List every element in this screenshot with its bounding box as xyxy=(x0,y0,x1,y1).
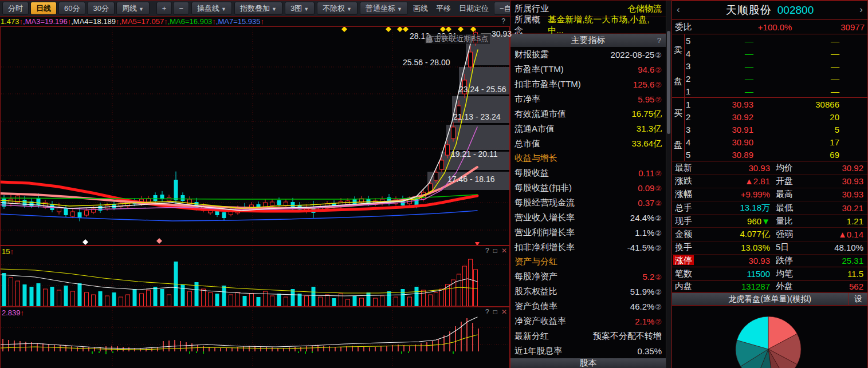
menu-3图[interactable]: 3图▼ xyxy=(285,2,315,15)
close-icon[interactable]: ✕ xyxy=(501,308,507,316)
help-icon[interactable]: ? xyxy=(485,247,489,255)
stat-label: 最新 xyxy=(675,163,710,173)
circled-2-badge: ② xyxy=(655,199,662,208)
main-candlestick-chart[interactable]: 28.12 - 30.2125.56 - 28.0023.24 - 25.562… xyxy=(0,26,510,246)
industry-value[interactable]: 仓储物流 xyxy=(627,3,662,14)
buy-level-row[interactable]: 530.8969 xyxy=(685,148,867,161)
sell-levels: 5——4——3——2——1—— xyxy=(685,34,867,98)
info-row-label: 有效流通市值 xyxy=(514,109,566,120)
chevron-down-icon: ▼ xyxy=(272,6,277,12)
stat-label: 开盘 xyxy=(771,176,807,187)
info-row[interactable]: 财报披露2022-08-25② xyxy=(510,47,666,62)
maximize-icon[interactable]: □ xyxy=(493,308,497,316)
ma-value: ,MA7=15.935 xyxy=(216,17,261,26)
menu-画线[interactable]: 画线 xyxy=(410,2,431,14)
bs-points-tip[interactable]: 点击获取近期BS点 xyxy=(425,34,490,44)
zoom-out-button[interactable]: − xyxy=(173,2,189,15)
info-row[interactable]: 流通A市值31.3亿 xyxy=(510,121,666,136)
menu-平移[interactable]: 平移 xyxy=(433,2,454,14)
scrollbar-thumb[interactable] xyxy=(667,31,670,134)
info-row-value: 94.6② xyxy=(638,65,662,74)
zoom-in-button[interactable]: + xyxy=(156,2,172,15)
sell-level-row[interactable]: 2—— xyxy=(685,72,867,85)
info-row-label: 扣非净利增长率 xyxy=(514,242,575,253)
menu-指数叠加[interactable]: 指数叠加▼ xyxy=(234,2,282,15)
period-tab-分时[interactable]: 分时 xyxy=(2,2,29,15)
info-row[interactable]: 有效流通市值16.75亿 xyxy=(510,106,666,121)
stat-label: 均笔 xyxy=(771,268,807,279)
info-row[interactable]: 市盈率(TTM)94.6② xyxy=(510,62,666,77)
help-icon[interactable]: ? xyxy=(485,308,489,316)
buy-level-row[interactable]: 230.9220 xyxy=(685,110,867,123)
level-volume: — xyxy=(753,74,839,84)
info-row-value: 125.6② xyxy=(633,80,662,89)
info-row[interactable]: 每股经营现金流0.37② xyxy=(510,195,666,210)
stat-row: 涨跌▲2.81开盘30.93 xyxy=(672,175,867,188)
info-row-label: 市盈率(TTM) xyxy=(514,64,564,75)
next-stock-arrow[interactable]: › xyxy=(859,4,863,15)
info-row[interactable]: 营业利润增长率1.1%② xyxy=(510,225,666,240)
stat-value: 48.10% xyxy=(807,243,865,252)
section-header-main-indicators[interactable]: 主要指标 ? xyxy=(510,34,666,47)
info-row[interactable]: 市净率5.95② xyxy=(510,92,666,106)
menu-普通坐标[interactable]: 普通坐标▼ xyxy=(360,2,408,15)
maximize-icon[interactable]: □ xyxy=(493,247,497,255)
menu-不除权[interactable]: 不除权▼ xyxy=(317,2,358,15)
quote-stats: 最新30.93均价30.92涨跌▲2.81开盘30.93涨幅+9.99%最高30… xyxy=(672,161,867,255)
menu-操盘线[interactable]: 操盘线▼ xyxy=(191,2,232,15)
volume-panel[interactable]: 15↑ ?□✕ xyxy=(0,246,510,307)
info-row-label: 资产负债率 xyxy=(514,301,557,312)
buy-level-row[interactable]: 430.9017 xyxy=(685,136,867,148)
info-row[interactable]: 每股收益0.11② xyxy=(510,165,666,180)
info-row[interactable]: 资产负债率46.2%② xyxy=(510,299,666,314)
info-row[interactable]: 总市值33.64亿 xyxy=(510,136,666,151)
sell-level-row[interactable]: 4—— xyxy=(685,47,867,60)
info-row[interactable]: 营业收入增长率24.4%② xyxy=(510,210,666,225)
period-tab-周线[interactable]: 周线▼ xyxy=(116,2,150,15)
help-icon[interactable]: ? xyxy=(501,17,505,26)
info-row[interactable]: 股东权益比51.9%② xyxy=(510,284,666,299)
period-tab-日线[interactable]: 日线 xyxy=(30,2,57,15)
circled-2-badge: ② xyxy=(655,288,662,296)
period-tabs: 分时日线60分30分周线▼ xyxy=(2,2,150,15)
help-icon[interactable]: ? xyxy=(657,36,661,45)
stat-label: 涨停 xyxy=(675,255,710,266)
stock-code: 002800 xyxy=(777,4,814,17)
concept-value[interactable]: 基金新增,统一大市场,小盘,中... xyxy=(548,14,662,36)
info-row[interactable]: 每股收益(扣非)0.09② xyxy=(510,180,666,195)
section-label-收益与增长: 收益与增长 xyxy=(510,151,666,165)
info-row[interactable]: 每股净资产5.2② xyxy=(510,269,666,284)
up-arrow-icon: ↑ xyxy=(261,17,265,26)
stat-value: ▲0.14 xyxy=(807,229,865,239)
sell-side-char: 卖 xyxy=(674,45,682,56)
buy-level-row[interactable]: 330.915 xyxy=(685,123,867,136)
settings-button[interactable]: 设 xyxy=(849,293,867,305)
sell-level-row[interactable]: 5—— xyxy=(685,34,867,47)
indicator-panel[interactable]: 2.839↑ ?□✕ xyxy=(0,307,510,368)
period-tab-60分[interactable]: 60分 xyxy=(58,2,85,15)
stat-row: 涨幅+9.99%最高30.93 xyxy=(672,188,867,201)
stat-value: 30.92 xyxy=(807,163,865,173)
sell-level-row[interactable]: 3—— xyxy=(685,60,867,72)
close-icon[interactable]: ✕ xyxy=(501,247,507,255)
info-row[interactable]: 扣非净利增长率-41.5%② xyxy=(510,240,666,255)
buy-level-row[interactable]: 130.9330866 xyxy=(685,98,867,110)
stat-row: 总手13.18万最低30.21 xyxy=(672,201,867,215)
info-row[interactable]: 扣非市盈率(TTM)125.6② xyxy=(510,77,666,92)
info-panel-scrollbar[interactable] xyxy=(666,1,671,368)
info-row-label: 营业利润增长率 xyxy=(514,227,575,238)
info-row[interactable]: 近1年股息率0.35% xyxy=(510,343,666,358)
level-volume: 17 xyxy=(753,137,839,147)
circled-2-badge: ② xyxy=(655,169,662,178)
chevron-down-icon: ▼ xyxy=(221,6,226,12)
info-row[interactable]: 净资产收益率2.1%② xyxy=(510,314,666,329)
prev-stock-arrow[interactable]: ‹ xyxy=(677,4,680,15)
level-volume: — xyxy=(753,36,839,46)
indicator-rows: 财报披露2022-08-25②市盈率(TTM)94.6②扣非市盈率(TTM)12… xyxy=(510,47,666,358)
menu-日期定位[interactable]: 日期定位 xyxy=(456,2,492,14)
section-header-share-capital[interactable]: 股本 xyxy=(510,358,666,368)
info-row[interactable]: 最新分红预案不分配不转增 xyxy=(510,329,666,343)
info-row-value: 0.09② xyxy=(638,183,662,193)
sell-level-row[interactable]: 1—— xyxy=(685,85,867,97)
period-tab-30分[interactable]: 30分 xyxy=(87,2,114,15)
